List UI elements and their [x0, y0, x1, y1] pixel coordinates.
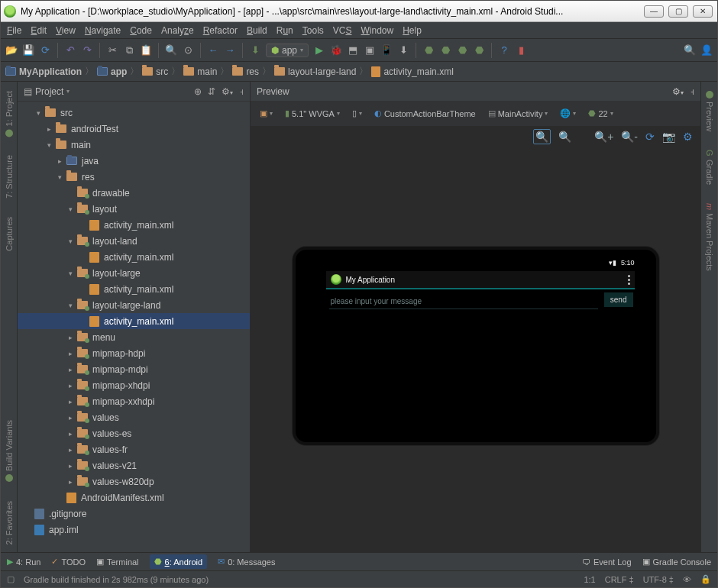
- tab-event-log[interactable]: 🗨Event Log: [582, 557, 632, 567]
- menu-vcs[interactable]: VCS: [333, 25, 352, 36]
- close-button[interactable]: ✕: [693, 5, 713, 18]
- search-everywhere-icon[interactable]: 🔍: [684, 44, 696, 57]
- tab-gradle-console[interactable]: ▣Gradle Console: [642, 557, 711, 567]
- menu-refactor[interactable]: Refactor: [203, 25, 238, 36]
- activity-selector[interactable]: ▤MainActivity▾: [485, 107, 551, 120]
- tab-maven[interactable]: mMaven Projects: [705, 203, 714, 271]
- preview-canvas: ▾▮5:10 My Application please input your …: [251, 147, 700, 552]
- maximize-button[interactable]: ▢: [668, 5, 688, 18]
- run-config-selector[interactable]: ⬢app▾: [266, 44, 309, 57]
- locale-button[interactable]: 🌐▾: [557, 107, 579, 120]
- toggle-toolwindows-icon[interactable]: ▢: [7, 574, 15, 584]
- tab-captures[interactable]: Captures: [5, 217, 14, 251]
- menu-view[interactable]: View: [56, 25, 76, 36]
- help-icon[interactable]: ?: [498, 44, 510, 57]
- zoom-in-icon[interactable]: 🔍+: [594, 131, 613, 143]
- send-button[interactable]: send: [604, 292, 633, 307]
- project-tree[interactable]: ▾src ▸androidTest ▾main ▸java ▾res drawa…: [18, 102, 250, 552]
- settings-icon[interactable]: ⚙▾: [222, 86, 233, 97]
- message-input[interactable]: please input your message: [329, 294, 598, 309]
- orientation-button[interactable]: ▯▾: [349, 107, 365, 120]
- inspection-icon[interactable]: 👁: [683, 575, 691, 584]
- cut-icon[interactable]: ✂: [106, 44, 118, 57]
- user-icon[interactable]: 👤: [700, 44, 713, 57]
- menu-run[interactable]: Run: [277, 25, 293, 36]
- tab-run[interactable]: ▶4: Run: [7, 557, 40, 567]
- redo-icon[interactable]: ↷: [81, 44, 93, 57]
- scroll-target-icon[interactable]: ⊕: [194, 86, 202, 97]
- preview-options-icon[interactable]: ⚙: [683, 131, 693, 143]
- breadcrumb-bar: MyApplication〉 app〉 src〉 main〉 res〉 layo…: [1, 62, 717, 82]
- menu-navigate[interactable]: Navigate: [85, 25, 121, 36]
- menu-code[interactable]: Code: [130, 25, 152, 36]
- file-encoding[interactable]: UTF-8 ‡: [643, 575, 674, 584]
- copy-icon[interactable]: ⧉: [123, 44, 135, 57]
- minimize-button[interactable]: —: [644, 5, 664, 18]
- replace-icon[interactable]: ⊙: [182, 44, 194, 57]
- tab-project[interactable]: 1: Project: [5, 91, 14, 137]
- main-toolbar: 📂 💾 ⟳ ↶ ↷ ✂ ⧉ 📋 🔍 ⊙ ← → ⬇ ⬢app▾ ▶ 🐞 ⬒ ▣ …: [1, 39, 717, 62]
- tab-terminal[interactable]: ▣Terminal: [96, 557, 139, 567]
- api-selector[interactable]: ⬣22▾: [585, 107, 616, 120]
- android-icon4[interactable]: ⬣: [473, 44, 485, 57]
- tab-preview[interactable]: Preview: [705, 91, 714, 131]
- status-bar: ▢ Gradle build finished in 2s 982ms (9 m…: [1, 570, 717, 587]
- crumb-file[interactable]: activity_main.xml: [371, 66, 453, 77]
- paste-icon[interactable]: 📋: [140, 44, 152, 57]
- tab-todo[interactable]: ✓TODO: [51, 557, 86, 567]
- lock-icon[interactable]: 🔒: [700, 574, 711, 584]
- crumb-folder[interactable]: layout-large-land: [274, 66, 356, 77]
- restart-icon[interactable]: ▮: [515, 44, 527, 57]
- line-separator[interactable]: CRLF ‡: [605, 575, 634, 584]
- screenshot-icon[interactable]: 📷: [662, 131, 675, 143]
- tab-build-variants[interactable]: Build Variants: [5, 420, 14, 482]
- sync-icon[interactable]: ⟳: [39, 44, 51, 57]
- window-titlebar: My Application - [D:\workplace_studio\My…: [1, 1, 717, 22]
- zoom-actual-icon[interactable]: 🔍: [558, 131, 571, 143]
- zoom-fit-icon[interactable]: 🔍: [533, 129, 551, 144]
- run-icon[interactable]: ▶: [313, 44, 325, 57]
- menu-help[interactable]: Help: [403, 25, 422, 36]
- android-icon2[interactable]: ⬣: [439, 44, 451, 57]
- tab-structure[interactable]: 7: Structure: [5, 155, 14, 199]
- theme-selector[interactable]: ◐CustomActionBarTheme: [371, 107, 479, 120]
- attach-icon[interactable]: ⬒: [347, 44, 359, 57]
- avd-icon[interactable]: 📱: [380, 44, 393, 57]
- preview-settings-icon[interactable]: ⚙▾: [672, 86, 684, 97]
- menu-edit[interactable]: Edit: [31, 25, 47, 36]
- menu-build[interactable]: Build: [247, 25, 267, 36]
- crumb-project[interactable]: MyApplication: [5, 66, 82, 77]
- tab-messages[interactable]: ✉0: Messages: [218, 557, 275, 567]
- crumb-src[interactable]: src: [142, 66, 168, 77]
- find-icon[interactable]: 🔍: [165, 44, 177, 57]
- menu-window[interactable]: Window: [361, 25, 393, 36]
- debug-icon[interactable]: 🐞: [330, 44, 342, 57]
- android-icon1[interactable]: ⬣: [422, 44, 435, 57]
- sdk-icon[interactable]: ⬇: [397, 44, 409, 57]
- zoom-out-icon[interactable]: 🔍-: [621, 131, 638, 143]
- crumb-main[interactable]: main: [183, 66, 217, 77]
- refresh-icon[interactable]: ⟳: [645, 131, 655, 143]
- render-config-button[interactable]: ▣▾: [257, 107, 276, 120]
- collapse-icon[interactable]: ⇵: [208, 86, 215, 97]
- hide-icon[interactable]: ⫞: [239, 86, 244, 97]
- tab-android[interactable]: ⬣6: Android: [150, 554, 208, 569]
- menu-analyze[interactable]: Analyze: [161, 25, 194, 36]
- open-icon[interactable]: 📂: [5, 44, 18, 57]
- device-selector[interactable]: ▮5.1" WVGA▾: [282, 107, 343, 120]
- menu-tools[interactable]: Tools: [302, 25, 324, 36]
- forward-icon[interactable]: →: [224, 44, 236, 57]
- tab-favorites[interactable]: 2: Favorites: [5, 501, 14, 544]
- save-icon[interactable]: 💾: [22, 44, 34, 57]
- status-message: Gradle build finished in 2s 982ms (9 min…: [24, 575, 209, 584]
- preview-hide-icon[interactable]: ⫞: [690, 86, 694, 97]
- stop-icon[interactable]: ▣: [364, 44, 376, 57]
- menu-file[interactable]: File: [7, 25, 21, 36]
- crumb-res[interactable]: res: [232, 66, 259, 77]
- tab-gradle[interactable]: GGradle: [705, 150, 714, 185]
- back-icon[interactable]: ←: [207, 44, 219, 57]
- make-icon[interactable]: ⬇: [249, 44, 261, 57]
- crumb-module[interactable]: app: [97, 66, 127, 77]
- undo-icon[interactable]: ↶: [64, 44, 76, 57]
- android-icon3[interactable]: ⬣: [456, 44, 468, 57]
